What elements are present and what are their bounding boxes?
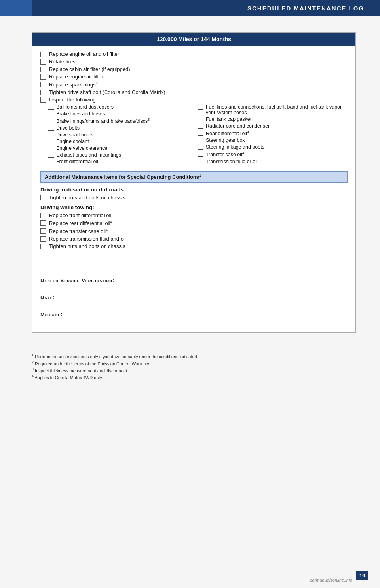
section-header: 120,000 Miles or 144 Months: [32, 33, 355, 46]
list-item: __ Exhaust pipes and mountings: [48, 152, 198, 158]
dash-icon: __: [48, 159, 54, 164]
dash-icon: __: [48, 125, 54, 131]
item-label: Replace spark plugs2: [49, 81, 98, 88]
item-label: Steering linkage and boots: [206, 144, 264, 150]
list-item: __ Drive belts: [48, 125, 198, 131]
item-label: Tighten nuts and bolts on chassis: [49, 195, 125, 200]
item-label: Replace engine oil and oil filter: [49, 51, 119, 57]
item-label: Ball joints and dust covers: [56, 104, 114, 110]
dash-icon: __: [48, 145, 54, 151]
mileage-label: Mileage:: [40, 311, 63, 317]
item-label: Engine valve clearance: [56, 145, 107, 151]
list-item: Replace engine air filter: [40, 74, 348, 80]
list-item: Replace rear differential oil4: [40, 220, 348, 226]
item-label: Replace rear differential oil4: [49, 220, 112, 226]
watermark: carmanualsonline.info: [310, 578, 352, 582]
checkbox[interactable]: [40, 195, 46, 200]
list-item: __ Ball joints and dust covers: [48, 104, 198, 110]
dash-icon: __: [198, 123, 203, 129]
list-item: __ Fuel tank cap gasket: [198, 116, 348, 122]
item-label: Drive shaft boots: [56, 132, 93, 137]
item-label: Transmission fluid or oil: [206, 159, 258, 164]
dash-icon: __: [48, 104, 54, 110]
checkbox[interactable]: [40, 220, 46, 226]
dealer-verification-field: Dealer Service Verification:: [40, 277, 348, 283]
checkbox[interactable]: [40, 236, 46, 242]
dash-icon: __: [198, 137, 203, 143]
list-item: __ Fuel lines and connections, fuel tank…: [198, 104, 348, 115]
dash-icon: __: [48, 132, 54, 137]
dealer-label: Dealer Service Verification:: [40, 277, 114, 283]
dash-icon: __: [198, 104, 203, 110]
item-label: Replace cabin air filter (if equipped): [49, 66, 130, 72]
checkbox[interactable]: [40, 74, 46, 80]
mileage-field: Mileage:: [40, 311, 348, 317]
main-card: 120,000 Miles or 144 Months Replace engi…: [32, 32, 356, 333]
desert-section-title: Driving in desert or on dirt roads:: [40, 187, 348, 193]
page-number: 19: [356, 571, 368, 580]
list-item: __ Brake lines and hoses: [48, 111, 198, 116]
item-label: Engine coolant: [56, 139, 89, 144]
checkbox[interactable]: [40, 228, 46, 234]
item-label: Transfer case oil4: [206, 151, 244, 157]
footnote-4: 4 Applies to Corolla Matrix 4WD only.: [32, 374, 356, 380]
list-item: Tighten drive shaft bolt (Corolla and Co…: [40, 89, 348, 95]
dash-icon: __: [48, 152, 54, 158]
list-item: __ Engine valve clearance: [48, 145, 198, 151]
item-label: Rotate tires: [49, 59, 75, 65]
inspect-col-left: __ Ball joints and dust covers __ Brake …: [48, 104, 198, 166]
item-label: Front differential oil: [56, 159, 98, 164]
list-item: __ Transmission fluid or oil: [198, 159, 348, 164]
dash-icon: __: [198, 159, 203, 164]
footnote-2: 2 Required under the terms of the Emissi…: [32, 360, 356, 366]
list-item: __ Radiator core and condenser: [198, 123, 348, 129]
checkbox[interactable]: [40, 213, 46, 218]
footnote-1: 1 Perform these service items only if yo…: [32, 353, 356, 359]
dash-icon: __: [198, 151, 203, 157]
dash-icon: __: [198, 144, 203, 150]
list-item: __ Front differential oil: [48, 159, 198, 164]
list-item: Rotate tires: [40, 59, 348, 65]
list-item: __ Rear differential oil4: [198, 130, 348, 136]
checkbox[interactable]: [40, 67, 46, 72]
checkbox[interactable]: [40, 52, 46, 57]
item-label: Exhaust pipes and mountings: [56, 152, 121, 158]
list-item: Tighten nuts and bolts on chassis: [40, 243, 348, 249]
item-label: Brake lines and hoses: [56, 111, 105, 116]
item-label: Replace transmission fluid and oil: [49, 236, 126, 242]
list-item: Tighten nuts and bolts on chassis: [40, 195, 348, 200]
item-label: Brake linings/drums and brake pads/discs…: [56, 118, 150, 124]
list-item: Replace spark plugs2: [40, 81, 348, 88]
content-area: 120,000 Miles or 144 Months Replace engi…: [0, 16, 380, 345]
dash-icon: __: [48, 118, 54, 123]
list-item: Replace cabin air filter (if equipped): [40, 66, 348, 72]
date-label: Date:: [40, 294, 55, 300]
item-label: Tighten nuts and bolts on chassis: [49, 243, 125, 249]
dash-icon: __: [48, 111, 54, 116]
header-accent: [0, 0, 32, 16]
checkbox[interactable]: [40, 244, 46, 249]
checkbox[interactable]: [40, 82, 46, 87]
list-item: __ Drive shaft boots: [48, 132, 198, 137]
inspect-col-right: __ Fuel lines and connections, fuel tank…: [198, 104, 348, 166]
bottom-fields: Dealer Service Verification: Date: Milea…: [40, 273, 348, 317]
item-label: Rear differential oil4: [206, 130, 249, 136]
list-item: Replace transfer case oil4: [40, 228, 348, 234]
item-label: Drive belts: [56, 125, 80, 131]
card-body: Replace engine oil and oil filter Rotate…: [32, 46, 355, 332]
item-label: Tighten drive shaft bolt (Corolla and Co…: [49, 89, 165, 95]
list-item: __ Steering linkage and boots: [198, 144, 348, 150]
footnotes: 1 Perform these service items only if yo…: [0, 353, 380, 389]
item-label: Replace front differential oil: [49, 212, 111, 218]
checkbox[interactable]: [40, 59, 46, 65]
item-label: Fuel lines and connections, fuel tank ba…: [206, 104, 348, 115]
list-item: __ Steering gear box: [198, 137, 348, 143]
list-item: Replace engine oil and oil filter: [40, 51, 348, 57]
list-item: __ Engine coolant: [48, 139, 198, 144]
item-label: Replace engine air filter: [49, 74, 103, 80]
item-label: Radiator core and condenser: [206, 123, 270, 129]
checkbox[interactable]: [40, 97, 46, 103]
footnote-3: 3 Inspect thickness measurement and disc…: [32, 367, 356, 373]
checkbox[interactable]: [40, 90, 46, 95]
item-label: Replace transfer case oil4: [49, 228, 108, 234]
